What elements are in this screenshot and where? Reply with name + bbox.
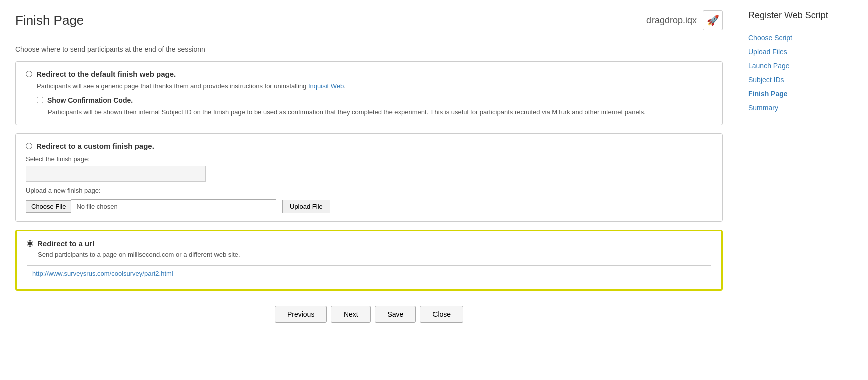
choose-file-button[interactable]: Choose File	[26, 200, 71, 213]
previous-button[interactable]: Previous	[275, 306, 327, 323]
option-default: Redirect to the default finish web page.…	[15, 61, 723, 125]
sidebar-item-summary[interactable]: Summary	[748, 101, 858, 115]
option-custom-radio[interactable]	[26, 143, 32, 149]
sidebar-item-upload-files[interactable]: Upload Files	[748, 45, 858, 59]
sidebar-item-choose-script[interactable]: Choose Script	[748, 31, 858, 45]
sidebar-item-launch-page[interactable]: Launch Page	[748, 59, 858, 73]
upload-file-button[interactable]: Upload File	[282, 200, 330, 213]
option-url-title: Redirect to a url	[27, 239, 711, 248]
sidebar-nav: Choose Script Upload Files Launch Page S…	[748, 31, 858, 115]
rocket-icon: 🚀	[707, 14, 719, 26]
option-default-radio[interactable]	[26, 71, 32, 77]
option-url-label: Redirect to a url	[37, 239, 94, 248]
option-url: Redirect to a url Send participants to a…	[15, 230, 723, 291]
upload-row: Choose File No file chosen Upload File	[26, 199, 712, 213]
save-button[interactable]: Save	[375, 306, 416, 323]
sub-option-desc: Participants will be shown their interna…	[48, 107, 712, 117]
sidebar: Register Web Script Choose Script Upload…	[738, 0, 868, 380]
option-default-label: Redirect to the default finish web page.	[36, 70, 176, 78]
upload-section: Upload a new finish page: Choose File No…	[26, 187, 712, 213]
header-right: dragdrop.iqx 🚀	[646, 10, 723, 30]
rocket-icon-button[interactable]: 🚀	[703, 10, 723, 30]
option-custom-label: Redirect to a custom finish page.	[36, 142, 154, 150]
option-custom-title: Redirect to a custom finish page.	[26, 142, 712, 150]
close-button[interactable]: Close	[420, 306, 463, 323]
inquisit-web-link[interactable]: Inquisit Web	[308, 82, 344, 90]
sidebar-item-subject-ids[interactable]: Subject IDs	[748, 73, 858, 87]
show-confirmation-checkbox[interactable]	[37, 97, 43, 103]
next-button[interactable]: Next	[331, 306, 371, 323]
sub-option-title: Show Confirmation Code.	[37, 96, 712, 104]
sub-option-confirmation: Show Confirmation Code. Participants wil…	[37, 96, 712, 117]
sub-option-label: Show Confirmation Code.	[47, 96, 133, 104]
page-title: Finish Page	[15, 13, 84, 28]
file-name-display: No file chosen	[71, 199, 276, 213]
url-input[interactable]	[27, 265, 711, 281]
footer-buttons: Previous Next Save Close	[15, 306, 723, 333]
option-default-desc: Participants will see a generic page tha…	[37, 81, 712, 91]
filename: dragdrop.iqx	[646, 15, 697, 26]
upload-label: Upload a new finish page:	[26, 187, 712, 194]
option-url-desc: Send participants to a page on milliseco…	[38, 251, 711, 258]
page-subtitle: Choose where to send participants at the…	[15, 45, 723, 53]
finish-page-select[interactable]	[26, 166, 206, 182]
page-header: Finish Page dragdrop.iqx 🚀	[15, 10, 723, 35]
file-input-group: Choose File No file chosen	[26, 199, 276, 213]
option-custom: Redirect to a custom finish page. Select…	[15, 133, 723, 222]
select-label: Select the finish page:	[26, 155, 712, 163]
option-url-radio[interactable]	[27, 240, 33, 247]
sidebar-title: Register Web Script	[748, 10, 858, 21]
select-row: Select the finish page:	[26, 155, 712, 182]
option-default-title: Redirect to the default finish web page.	[26, 70, 712, 78]
sidebar-item-finish-page[interactable]: Finish Page	[748, 87, 858, 101]
